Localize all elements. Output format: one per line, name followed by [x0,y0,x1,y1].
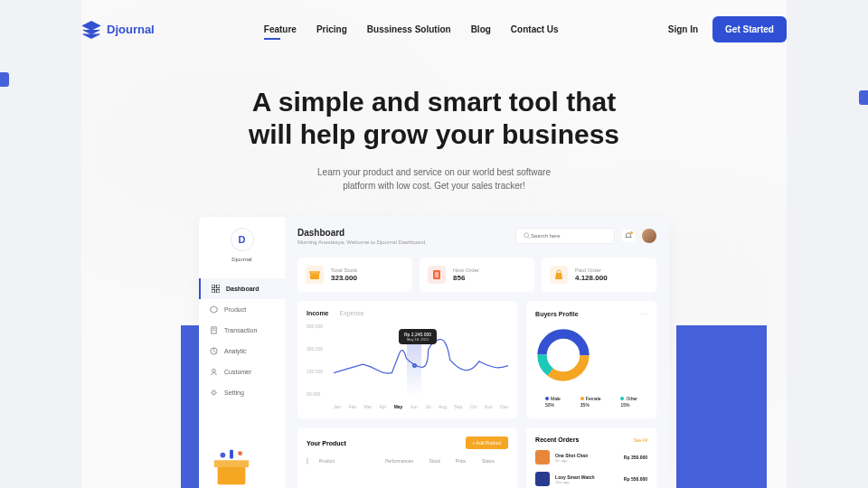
order-row[interactable]: One Shot Chair5m ago Rp 350.000 [535,450,647,465]
decorative-box-icon [211,446,252,488]
add-product-button[interactable]: + Add Product [466,436,509,449]
stat-label: New Order [453,267,479,273]
income-chart-card: Income Expense 500.000 300.000 150.000 5… [297,301,517,418]
nav-link-pricing[interactable]: Pricing [316,24,347,34]
profile-header: Buyers Profile ⋯ [535,310,647,318]
page-title: Dashboard [297,228,427,238]
sidebar-item-product[interactable]: Product [199,299,285,320]
select-all-checkbox[interactable] [307,457,308,465]
notification-button[interactable] [622,230,635,242]
svg-point-2 [221,453,226,458]
bell-icon [625,232,632,239]
svg-rect-8 [216,289,220,293]
decorative-bar-right [676,325,767,488]
sidebar-item-transaction[interactable]: Transaction [199,320,285,341]
sidebar-logo-letter: D [239,234,246,245]
x-tick: Mar [363,404,372,409]
legend-label: Male [551,396,561,401]
legend-label: Other [626,396,637,401]
sidebar-item-setting[interactable]: Setting [199,382,285,403]
decorative-pill-left [0,72,9,87]
x-tick: Aug [439,404,447,409]
box-icon [306,266,324,284]
brand-name: Djournal [107,23,155,36]
stat-label: Paid Order [575,267,608,273]
list-icon [428,266,446,284]
decorative-pill-right [859,90,868,105]
search-input[interactable] [531,233,603,239]
col-status: Status [482,458,508,464]
bag-icon [550,266,568,284]
x-axis: Jan Feb Mar Apr May Jun Jul Aug Sep Oct … [334,404,508,409]
col-product: Product [319,458,385,464]
grid-icon [212,285,220,293]
hero: A simple and smart tool that will help g… [81,86,787,192]
sidebar-item-label: Transaction [224,327,257,333]
sidebar-item-label: Setting [224,389,244,396]
page-subtitle: Morning Anastasya, Welcome to Djournal D… [297,239,427,245]
svg-rect-5 [212,285,215,288]
sidebar-item-dashboard[interactable]: Dashboard [199,278,285,299]
sidebar-logo-circle: D [231,228,254,251]
y-tick: 50.000 [307,391,323,397]
x-tick: Apr [379,404,386,409]
svg-rect-1 [214,460,249,467]
more-icon[interactable]: ⋯ [640,310,647,318]
see-all-link[interactable]: See All [633,437,647,443]
order-row[interactable]: Loxy Smart Watch10m ago Rp 550.000 [535,472,647,486]
avatar[interactable] [642,229,656,243]
stat-value: 323.000 [331,274,357,282]
sidebar-item-label: Customer [224,369,251,375]
gear-icon [210,389,218,397]
nav-link-contact[interactable]: Contact Us [511,24,559,34]
signin-link[interactable]: Sign In [668,24,698,34]
dashboard-header: Dashboard Morning Anastasya, Welcome to … [297,228,656,245]
legend-value: 15% [620,402,629,408]
chart-icon [210,347,218,355]
dashboard-preview: D Djournal Dashboard Product Transaction… [199,217,669,488]
nav-link-blog[interactable]: Blog [471,24,491,34]
stat-label: Total Stock [331,267,357,273]
y-tick: 300.000 [307,346,323,352]
nav-link-business[interactable]: Bussiness Solution [367,24,451,34]
svg-point-13 [212,369,216,372]
product-table-columns: Product Performances Stock Price Status [307,458,508,464]
brand[interactable]: Djournal [81,20,155,40]
nav-links: Feature Pricing Bussiness Solution Blog … [264,24,559,34]
legend-label: Female [586,396,601,401]
hero-title-line2: will help grow your business [249,119,619,149]
stat-card-paidorder: Paid Order4.128.000 [542,258,656,292]
tooltip-date: May 18, 2021 [404,337,431,342]
bottom-row: Your Product + Add Product Product Perfo… [297,418,656,488]
x-tick: Feb [348,404,356,409]
nav-right: Sign In Get Started [668,16,787,42]
col-stock: Stock [429,458,456,464]
product-table-title: Your Product [307,440,346,446]
search-icon [524,232,531,239]
dashboard-main: Dashboard Morning Anastasya, Welcome to … [285,217,669,488]
stat-card-neworder: New Order856 [420,258,534,292]
get-started-button[interactable]: Get Started [712,16,787,42]
order-time: 5m ago [555,458,618,463]
x-tick: Oct [470,404,477,409]
nav-link-feature[interactable]: Feature [264,24,297,34]
x-tick: Jul [425,404,430,409]
user-icon [210,368,218,376]
legend: Male50% Female35% Other15% [535,396,647,408]
hero-sub-line2: platform with low cost. Get your sales t… [343,181,525,191]
legend-female: Female35% [580,396,601,408]
search-box[interactable] [515,228,615,244]
stat-value: 856 [453,274,479,282]
sidebar-item-customer[interactable]: Customer [199,361,285,382]
svg-rect-7 [212,289,215,293]
recent-orders-card: Recent Orders See All One Shot Chair5m a… [526,427,656,488]
tab-expense[interactable]: Expense [340,310,364,316]
order-price: Rp 350.000 [624,455,647,460]
sidebar-item-analytic[interactable]: Analytic [199,341,285,361]
y-tick: 500.000 [307,324,323,329]
col-price: Price [456,458,482,464]
orders-title: Recent Orders [535,436,579,443]
svg-point-3 [238,451,242,455]
chart-tooltip: Rp 2,245.000 May 18, 2021 [399,329,437,344]
tab-income[interactable]: Income [307,310,329,316]
